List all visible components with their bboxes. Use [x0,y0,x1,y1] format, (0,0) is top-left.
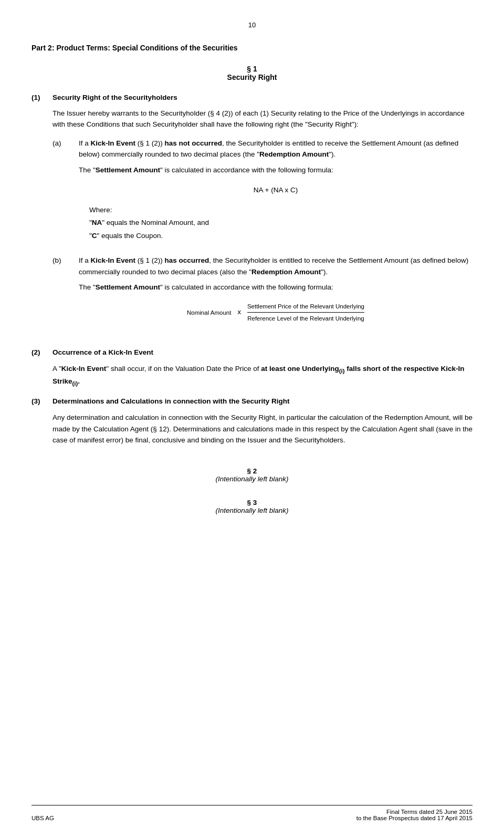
section1-block: (1) Security Right of the Securityholder… [32,92,472,339]
sub-label-b: (b) [52,255,79,332]
section2-body: A "Kick-In Event" shall occur, if on the… [52,363,472,388]
fraction: Settlement Price of the Relevant Underly… [247,302,364,324]
page-container: 10 Part 2: Product Terms: Special Condit… [0,0,504,560]
section3-paragraph-header: § 3 (Intentionally left blank) [32,499,472,514]
footer-left: UBS AG [32,815,54,821]
na-equals: "NA" equals the Nominal Amount, and [89,216,472,229]
section3-intentionally: (Intentionally left blank) [32,507,472,514]
section2-content: Occurrence of a Kick-In Event A "Kick-In… [52,347,472,388]
section3-sym: § 3 [32,499,472,507]
fraction-numerator: Settlement Price of the Relevant Underly… [247,302,364,313]
section3-num: (3) [32,396,52,446]
section1-intro: Security Right of the Securityholders [52,92,472,104]
sub-content-a: If a Kick-In Event (§ 1 (2)) has not occ… [79,138,472,247]
page-number: 10 [32,21,472,29]
c-equals: "C" equals the Coupon. [89,230,472,242]
section1-content: Security Right of the Securityholders Th… [52,92,472,339]
section2-intentionally: (Intentionally left blank) [32,475,472,483]
where-block: Where: "NA" equals the Nominal Amount, a… [89,204,472,242]
section2-sym: § 2 [32,467,472,475]
section3-title: Determinations and Calculations in conne… [52,396,472,407]
sub-label-a: (a) [52,138,79,247]
part-title: Part 2: Product Terms: Special Condition… [32,44,472,52]
nominal-amount-label: Nominal Amount [187,308,231,317]
section2-title: Occurrence of a Kick-In Event [52,347,472,358]
sub-a-text2: The "Settlement Amount" is calculated in… [79,164,472,176]
section3-body: Any determination and calculation in con… [52,412,472,446]
section1-body: The Issuer hereby warrants to the Securi… [52,108,472,130]
where-label: Where: [89,204,472,216]
times-symbol: x [237,307,241,318]
section1-header: § 1 Security Right [32,65,472,81]
footer-right-line1: Final Terms dated 25 June 2015 [356,809,472,815]
footer-right-line2: to the Base Prospectus dated 17 April 20… [356,815,472,821]
sub-a-text1: If a Kick-In Event (§ 1 (2)) has not occ… [79,138,472,160]
formula-na: NA + (NA x C) [79,184,472,196]
section3-block: (3) Determinations and Calculations in c… [32,396,472,446]
fraction-formula: Nominal Amount x Settlement Price of the… [79,302,472,324]
sub-b-text2: The "Settlement Amount" is calculated in… [79,282,472,293]
section3-content: Determinations and Calculations in conne… [52,396,472,446]
sub-item-a: (a) If a Kick-In Event (§ 1 (2)) has not… [52,138,472,247]
sub-item-b: (b) If a Kick-In Event (§ 1 (2)) has occ… [52,255,472,332]
section1-num: (1) [32,92,52,339]
section2-block: (2) Occurrence of a Kick-In Event A "Kic… [32,347,472,388]
footer: UBS AG Final Terms dated 25 June 2015 to… [32,805,472,821]
section2-num: (2) [32,347,52,388]
sub-content-b: If a Kick-In Event (§ 1 (2)) has occurre… [79,255,472,332]
section2-paragraph-header: § 2 (Intentionally left blank) [32,467,472,483]
footer-right: Final Terms dated 25 June 2015 to the Ba… [356,809,472,821]
sub-b-text1: If a Kick-In Event (§ 1 (2)) has occurre… [79,255,472,277]
fraction-denominator: Reference Level of the Relevant Underlyi… [247,314,364,323]
